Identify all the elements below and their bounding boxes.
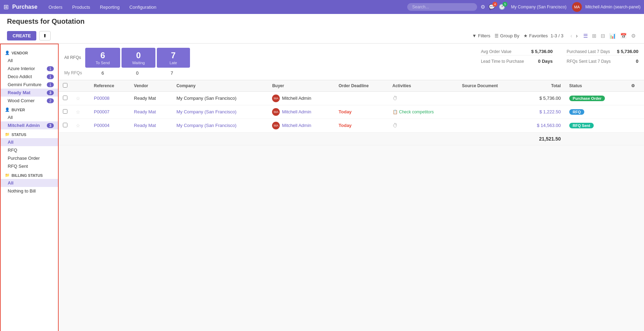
star-icon-3[interactable]: ☆ <box>76 123 80 128</box>
to-send-tab[interactable]: 6 To Send <box>85 48 120 68</box>
sidebar-item-nothing-to-bill[interactable]: Nothing to Bill <box>1 187 58 195</box>
row-star-3[interactable]: ☆ <box>72 119 90 132</box>
activity-icon-3: ⏱ <box>393 122 398 128</box>
sidebar-item-purchase-order[interactable]: Purchase Order <box>1 154 58 162</box>
row-status-3: RFQ Sent <box>565 119 627 132</box>
sidebar-item-woodcorner[interactable]: Wood Corner 2 <box>1 97 58 105</box>
select-all-checkbox[interactable] <box>63 83 67 88</box>
waiting-tab[interactable]: 0 Waiting <box>122 48 155 68</box>
table-container: Reference Vendor Company Buyer Order Dea… <box>59 80 644 145</box>
row-ref-3[interactable]: P00004 <box>90 119 130 132</box>
row-checkbox-2[interactable] <box>59 105 72 119</box>
sidebar-item-rfq-sent[interactable]: RFQ Sent <box>1 162 58 170</box>
next-page-button[interactable]: › <box>575 32 579 40</box>
header-reference[interactable]: Reference <box>90 80 130 92</box>
global-search-input[interactable] <box>407 3 477 11</box>
row-ref-1[interactable]: P00008 <box>90 91 130 105</box>
billing-section-title: 📁 BILLING STATUS <box>1 170 58 179</box>
rfq-tabs-area: All RFQs 6 To Send 0 Waiting 7 Late <box>64 48 190 76</box>
user-name[interactable]: Mitchell Admin (search-panel) <box>585 5 641 9</box>
sidebar-item-readymat[interactable]: Ready Mat 3 <box>1 89 58 97</box>
header-status[interactable]: Status <box>565 80 627 92</box>
app-name[interactable]: Purchase <box>12 4 37 10</box>
avg-order-value: $ 5,736.00 <box>531 49 552 54</box>
company-name[interactable]: My Company (San Francisco) <box>511 5 566 9</box>
settings-view-button[interactable]: ⚙ <box>630 32 637 40</box>
sidebar-item-azure[interactable]: Azure Interior 1 <box>1 65 58 73</box>
lead-time-value: 0 Days <box>538 59 553 64</box>
pivot-view-button[interactable]: ⊟ <box>599 32 607 40</box>
calendar-view-button[interactable]: 📅 <box>619 32 628 40</box>
row-checkbox-3[interactable] <box>59 119 72 132</box>
top-icons: ⚙ 💬 4 🕐 5 My Company (San Francisco) MA … <box>481 2 641 12</box>
chart-view-button[interactable]: 📊 <box>608 32 617 40</box>
header-star <box>72 80 90 92</box>
my-late: 7 <box>155 70 189 76</box>
sidebar-item-status-all[interactable]: All <box>1 138 58 146</box>
sidebar-item-rfq[interactable]: RFQ <box>1 146 58 154</box>
header-total[interactable]: Total <box>520 80 565 92</box>
sidebar-item-buyer-all[interactable]: All <box>1 113 58 121</box>
header-company[interactable]: Company <box>172 80 268 92</box>
chat-icon[interactable]: 💬 4 <box>489 4 495 10</box>
star-icon-1[interactable]: ☆ <box>76 96 80 101</box>
purchased-last7-value: $ 5,736.00 <box>617 49 638 54</box>
star-icon-2[interactable]: ☆ <box>76 109 80 115</box>
sidebar-item-mitchell[interactable]: Mitchell Admin 3 <box>1 121 58 129</box>
row-star-2[interactable]: ☆ <box>72 105 90 119</box>
kanban-view-button[interactable]: ⊞ <box>591 32 598 40</box>
sidebar-item-gemini[interactable]: Gemini Furniture 1 <box>1 81 58 89</box>
row-star-1[interactable]: ☆ <box>72 91 90 105</box>
filters-button[interactable]: ▼ Filters <box>472 33 490 38</box>
toolbar: CREATE ⬆ ▼ Filters ☰ Group By ★ Favorite… <box>7 28 637 43</box>
header-source[interactable]: Source Document <box>458 80 520 92</box>
row-vendor-2[interactable]: Ready Mat <box>130 105 173 119</box>
buyer-section-icon: 👤 <box>5 107 10 112</box>
sidebar-item-deco[interactable]: Deco Addict 1 <box>1 73 58 81</box>
row-company-2[interactable]: My Company (San Francisco) <box>172 105 268 119</box>
nav-configuration[interactable]: Configuration <box>125 3 160 11</box>
lead-time-label: Lead Time to Purchase <box>481 59 524 64</box>
buyer-avatar-2: MA <box>272 108 280 116</box>
settings-icon[interactable]: ⚙ <box>481 4 485 10</box>
row-source-2 <box>458 105 520 119</box>
vendor-section-icon: 👤 <box>5 51 10 55</box>
sidebar-item-billing-all[interactable]: All <box>1 179 58 187</box>
check-icon: 📋 <box>393 110 398 114</box>
table-row: ☆ P00004 Ready Mat My Company (San Franc… <box>59 119 644 132</box>
nav-reporting[interactable]: Reporting <box>96 3 124 11</box>
row-source-3 <box>458 119 520 132</box>
sidebar-item-vendor-all[interactable]: All <box>1 57 58 65</box>
nav-orders[interactable]: Orders <box>44 3 67 11</box>
avatar[interactable]: MA <box>572 2 582 12</box>
list-view-button[interactable]: ☰ <box>582 32 589 40</box>
header-deadline[interactable]: Order Deadline <box>335 80 388 92</box>
row-activity-2[interactable]: 📋 Check competitors <box>388 105 458 119</box>
to-send-count: 6 <box>96 51 110 61</box>
row-vendor-3[interactable]: Ready Mat <box>130 119 173 132</box>
row-status-1: Purchase Order <box>565 91 627 105</box>
create-button[interactable]: CREATE <box>7 31 36 40</box>
late-tab[interactable]: 7 Late <box>157 48 190 68</box>
header-vendor[interactable]: Vendor <box>130 80 173 92</box>
row-buyer-1: MA Mitchell Admin <box>268 91 334 105</box>
row-deadline-3: Today <box>335 119 388 132</box>
groupby-button[interactable]: ☰ Group By <box>495 33 519 38</box>
status-section-icon: 📁 <box>5 132 10 137</box>
groupby-icon: ☰ <box>495 33 499 38</box>
header-settings[interactable]: ⚙ <box>627 80 644 92</box>
row-checkbox-1[interactable] <box>59 91 72 105</box>
row-ref-2[interactable]: P00007 <box>90 105 130 119</box>
app-grid-icon[interactable]: ⊞ <box>3 3 9 11</box>
header-select-all[interactable] <box>59 80 72 92</box>
nav-products[interactable]: Products <box>68 3 94 11</box>
favorites-button[interactable]: ★ Favorites <box>524 33 548 38</box>
upload-button[interactable]: ⬆ <box>39 31 51 40</box>
prev-page-button[interactable]: ‹ <box>569 32 573 40</box>
table-header-row: Reference Vendor Company Buyer Order Dea… <box>59 80 644 92</box>
activity-link-2[interactable]: 📋 Check competitors <box>393 110 454 114</box>
header-activities[interactable]: Activities <box>388 80 458 92</box>
header-buyer[interactable]: Buyer <box>268 80 334 92</box>
row-company-3[interactable]: My Company (San Francisco) <box>172 119 268 132</box>
clock-icon[interactable]: 🕐 5 <box>499 4 505 10</box>
